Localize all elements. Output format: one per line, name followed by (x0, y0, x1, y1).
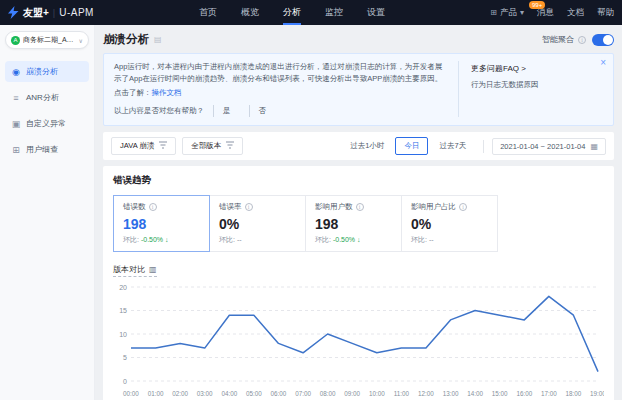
brand-name: 友盟+ (23, 6, 49, 20)
version-compare-link[interactable]: 版本对比 ▥ (113, 264, 157, 277)
app-grid-icon: ⊞ (490, 8, 497, 17)
stat-label: 影响用户数 (315, 202, 353, 212)
faq-title-link[interactable]: 更多问题FAQ > (471, 63, 603, 74)
svg-text:07:00: 07:00 (295, 390, 311, 397)
time-filter-group: 过去1小时 今日 过去7天 2021-01-04 ~ 2021-01-04 ▦ (341, 137, 606, 155)
main-content: 崩溃分析 ▤ 智能聚合 i App运行时，对本进程内由于进程内崩溃造成的退出进行… (95, 25, 622, 400)
version-filter[interactable]: 全部版本 (182, 137, 243, 155)
svg-text:0: 0 (123, 378, 127, 385)
intro-banner: App运行时，对本进程内由于进程内崩溃造成的退出进行分析，通过对崩溃日志的计算，… (103, 53, 614, 126)
nav-item-monitor[interactable]: 监控 (325, 0, 343, 25)
compare-label: 环比: (315, 236, 331, 243)
feedback-no-button[interactable]: 否 (249, 105, 276, 117)
version-compare-label: 版本对比 (113, 264, 145, 275)
sidebar-item-label: 崩溃分析 (26, 66, 58, 77)
segment-last-7-days[interactable]: 过去7天 (430, 137, 475, 155)
date-range-value: 2021-01-04 ~ 2021-01-04 (500, 142, 585, 151)
filter-icon (159, 141, 167, 151)
svg-text:16:00: 16:00 (516, 390, 532, 397)
section-title: 错误趋势 (113, 174, 604, 187)
compare-label: 环比: (411, 236, 427, 243)
sidebar-menu: ◉ 崩溃分析 ≡ ANR分析 ▣ 自定义异常 ⊞ 用户细查 (5, 61, 89, 160)
filter-bar: JAVA 崩溃 全部版本 过去1小时 今日 过去7天 2021-01-04 ~ … (103, 132, 614, 160)
svg-text:10:00: 10:00 (369, 390, 385, 397)
sidebar-item-custom-exception[interactable]: ▣ 自定义异常 (5, 113, 89, 134)
sidebar-item-anr-analysis[interactable]: ≡ ANR分析 (5, 87, 89, 108)
feedback-row: 以上内容是否对您有帮助？ 是 否 (114, 105, 446, 117)
segment-today[interactable]: 今日 (395, 137, 428, 155)
svg-text:05:00: 05:00 (246, 390, 262, 397)
products-label: 产品 (500, 7, 517, 19)
svg-text:01:00: 01:00 (148, 390, 164, 397)
crash-icon: ◉ (11, 67, 21, 77)
messages-link[interactable]: 99+ 消息 (537, 7, 554, 19)
compare-value: -0.50% (141, 236, 163, 243)
svg-text:18:00: 18:00 (566, 390, 582, 397)
docs-doc-link[interactable]: 操作文档 (152, 88, 182, 97)
svg-text:13:00: 13:00 (443, 390, 459, 397)
stat-card-affected-users[interactable]: 影响用户数i 198 环比: -0.50% ↓ (305, 195, 402, 252)
sidebar-item-label: 用户细查 (26, 144, 58, 155)
version-label: 全部版本 (191, 141, 221, 151)
date-range-picker[interactable]: 2021-01-04 ~ 2021-01-04 ▦ (492, 138, 606, 155)
trend-down-icon: ↓ (165, 236, 169, 243)
feedback-yes-button[interactable]: 是 (213, 105, 240, 117)
sidebar-item-label: ANR分析 (26, 92, 59, 103)
info-icon: i (578, 36, 586, 44)
umeng-logo-icon (8, 6, 19, 19)
sidebar-item-crash-analysis[interactable]: ◉ 崩溃分析 (5, 61, 89, 82)
chevron-down-icon: ∨ (79, 37, 83, 44)
segment-last-hour[interactable]: 过去1小时 (341, 137, 393, 155)
products-menu[interactable]: ⊞ 产品 ▾ (490, 7, 524, 19)
banner-description: App运行时，对本进程内由于进程内崩溃造成的退出进行分析，通过对崩溃日志的计算，… (114, 61, 446, 85)
svg-text:15:00: 15:00 (492, 390, 508, 397)
info-icon: i (459, 203, 467, 211)
custom-exception-icon: ▣ (11, 119, 21, 129)
sidebar-item-user-detail[interactable]: ⊞ 用户细查 (5, 139, 89, 160)
svg-text:00:00: 00:00 (123, 390, 139, 397)
svg-text:14:00: 14:00 (467, 390, 483, 397)
smart-aggregation-control: 智能聚合 i (542, 34, 614, 46)
trend-chart-area: 0510152000:0001:0002:0003:0004:0005:0006… (113, 281, 604, 400)
stat-card-error-count[interactable]: 错误数i 198 环比: -0.50% ↓ (113, 195, 210, 252)
toggle-knob (603, 35, 613, 45)
error-trend-card: 错误趋势 错误数i 198 环比: -0.50% ↓ 错误率i 0% 环比: -… (103, 166, 614, 400)
user-detail-icon: ⊞ (11, 145, 21, 155)
smart-aggregation-toggle[interactable] (592, 34, 614, 46)
svg-text:06:00: 06:00 (271, 390, 287, 397)
banner-text-block: App运行时，对本进程内由于进程内崩溃造成的退出进行分析，通过对崩溃日志的计算，… (114, 61, 458, 117)
page-title: 崩溃分析 (103, 32, 149, 47)
nav-item-analysis[interactable]: 分析 (283, 0, 301, 25)
nav-item-overview[interactable]: 概览 (241, 0, 259, 25)
stat-value: 198 (123, 216, 200, 232)
crash-type-filter[interactable]: JAVA 崩溃 (111, 137, 176, 155)
svg-text:17:00: 17:00 (541, 390, 557, 397)
time-range-segments: 过去1小时 今日 过去7天 (341, 137, 475, 155)
help-label: 帮助 (597, 7, 614, 19)
brand-divider: | (53, 8, 55, 18)
help-link[interactable]: 帮助 (597, 7, 614, 19)
sidebar-item-label: 自定义异常 (26, 118, 66, 129)
sidebar: A 商务标二期_Andr... ∨ ◉ 崩溃分析 ≡ ANR分析 ▣ 自定义异常… (0, 25, 95, 400)
docs-link[interactable]: 文档 (567, 7, 584, 19)
compare-value: -0.50% (333, 236, 355, 243)
info-icon: i (149, 203, 157, 211)
close-icon[interactable]: × (600, 58, 606, 68)
stat-card-error-rate[interactable]: 错误率i 0% 环比: -- (209, 195, 306, 252)
compare-label: 环比: (123, 236, 139, 243)
chevron-down-icon: ▾ (520, 8, 524, 17)
nav-item-home[interactable]: 首页 (199, 0, 217, 25)
learn-more-label: 点击了解： (114, 88, 152, 97)
svg-text:02:00: 02:00 (172, 390, 188, 397)
compare-chart-icon: ▥ (149, 265, 157, 274)
stat-card-affected-users-ratio[interactable]: 影响用户占比i 0% 环比: -- (401, 195, 498, 252)
stat-cards: 错误数i 198 环比: -0.50% ↓ 错误率i 0% 环比: -- 影响用… (113, 195, 604, 252)
svg-text:15: 15 (119, 307, 127, 314)
svg-text:03:00: 03:00 (197, 390, 213, 397)
faq-item-link[interactable]: 行为日志无数据原因 (471, 80, 603, 90)
nav-item-settings[interactable]: 设置 (367, 0, 385, 25)
app-platform-icon: A (11, 36, 20, 45)
app-selector[interactable]: A 商务标二期_Andr... ∨ (5, 31, 89, 49)
calendar-icon: ▦ (590, 142, 598, 151)
svg-text:08:00: 08:00 (320, 390, 336, 397)
